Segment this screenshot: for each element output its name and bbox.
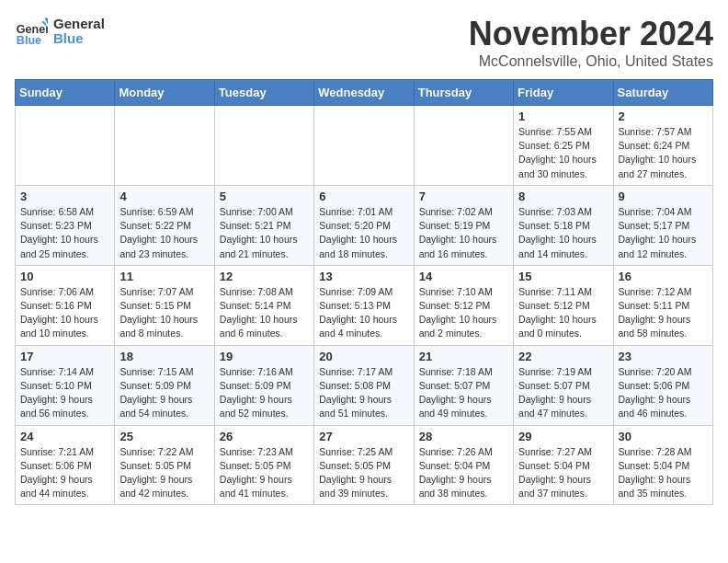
day-number: 25 bbox=[119, 430, 209, 443]
logo-general: General bbox=[53, 17, 105, 32]
day-info: Sunrise: 7:00 AM Sunset: 5:21 PM Dayligh… bbox=[220, 205, 309, 261]
day-number: 26 bbox=[220, 430, 309, 443]
logo-icon: General Blue bbox=[15, 15, 48, 48]
day-number: 4 bbox=[119, 190, 209, 203]
calendar-cell: 27Sunrise: 7:25 AM Sunset: 5:05 PM Dayli… bbox=[314, 425, 414, 505]
day-number: 21 bbox=[419, 350, 508, 363]
day-number: 17 bbox=[20, 350, 109, 363]
day-info: Sunrise: 7:25 AM Sunset: 5:05 PM Dayligh… bbox=[319, 445, 408, 501]
calendar-header-saturday: Saturday bbox=[613, 80, 712, 106]
calendar-cell: 6Sunrise: 7:01 AM Sunset: 5:20 PM Daylig… bbox=[314, 185, 414, 265]
day-info: Sunrise: 7:04 AM Sunset: 5:17 PM Dayligh… bbox=[619, 205, 708, 261]
calendar-week-row: 17Sunrise: 7:14 AM Sunset: 5:10 PM Dayli… bbox=[16, 345, 713, 425]
day-number: 19 bbox=[220, 350, 309, 363]
logo: General Blue General Blue bbox=[15, 15, 105, 48]
day-info: Sunrise: 7:12 AM Sunset: 5:11 PM Dayligh… bbox=[619, 285, 708, 341]
day-info: Sunrise: 7:10 AM Sunset: 5:12 PM Dayligh… bbox=[419, 285, 508, 341]
day-number: 28 bbox=[419, 430, 508, 443]
day-info: Sunrise: 7:16 AM Sunset: 5:09 PM Dayligh… bbox=[220, 365, 309, 421]
day-number: 9 bbox=[619, 190, 708, 203]
day-info: Sunrise: 7:14 AM Sunset: 5:10 PM Dayligh… bbox=[20, 365, 109, 421]
day-number: 30 bbox=[619, 430, 708, 443]
calendar-cell: 23Sunrise: 7:20 AM Sunset: 5:06 PM Dayli… bbox=[613, 345, 712, 425]
calendar-header-wednesday: Wednesday bbox=[314, 80, 414, 106]
day-info: Sunrise: 7:21 AM Sunset: 5:06 PM Dayligh… bbox=[20, 445, 109, 501]
day-info: Sunrise: 7:19 AM Sunset: 5:07 PM Dayligh… bbox=[518, 365, 608, 421]
day-info: Sunrise: 7:23 AM Sunset: 5:05 PM Dayligh… bbox=[220, 445, 309, 501]
calendar-cell: 16Sunrise: 7:12 AM Sunset: 5:11 PM Dayli… bbox=[613, 265, 712, 345]
calendar-cell: 30Sunrise: 7:28 AM Sunset: 5:04 PM Dayli… bbox=[613, 425, 712, 505]
day-info: Sunrise: 7:06 AM Sunset: 5:16 PM Dayligh… bbox=[20, 285, 109, 341]
day-number: 16 bbox=[619, 270, 708, 283]
calendar-cell: 22Sunrise: 7:19 AM Sunset: 5:07 PM Dayli… bbox=[514, 345, 613, 425]
calendar-header-thursday: Thursday bbox=[414, 80, 513, 106]
day-number: 22 bbox=[518, 350, 608, 363]
calendar-cell: 24Sunrise: 7:21 AM Sunset: 5:06 PM Dayli… bbox=[16, 425, 115, 505]
day-number: 5 bbox=[220, 190, 309, 203]
calendar-cell: 5Sunrise: 7:00 AM Sunset: 5:21 PM Daylig… bbox=[214, 185, 313, 265]
calendar-header-friday: Friday bbox=[514, 80, 613, 106]
calendar-cell: 10Sunrise: 7:06 AM Sunset: 5:16 PM Dayli… bbox=[16, 265, 115, 345]
day-info: Sunrise: 7:20 AM Sunset: 5:06 PM Dayligh… bbox=[619, 365, 708, 421]
day-info: Sunrise: 7:01 AM Sunset: 5:20 PM Dayligh… bbox=[319, 205, 408, 261]
page-header: General Blue General Blue November 2024 … bbox=[15, 15, 713, 70]
month-title: November 2024 bbox=[469, 15, 713, 53]
day-number: 18 bbox=[119, 350, 209, 363]
day-info: Sunrise: 7:17 AM Sunset: 5:08 PM Dayligh… bbox=[319, 365, 408, 421]
calendar-week-row: 1Sunrise: 7:55 AM Sunset: 6:25 PM Daylig… bbox=[16, 106, 713, 186]
day-info: Sunrise: 7:27 AM Sunset: 5:04 PM Dayligh… bbox=[518, 445, 608, 501]
day-info: Sunrise: 7:08 AM Sunset: 5:14 PM Dayligh… bbox=[220, 285, 309, 341]
calendar-cell bbox=[214, 106, 313, 186]
calendar-cell: 28Sunrise: 7:26 AM Sunset: 5:04 PM Dayli… bbox=[414, 425, 513, 505]
day-info: Sunrise: 7:03 AM Sunset: 5:18 PM Dayligh… bbox=[518, 205, 608, 261]
day-info: Sunrise: 7:02 AM Sunset: 5:19 PM Dayligh… bbox=[419, 205, 508, 261]
calendar-header-tuesday: Tuesday bbox=[214, 80, 313, 106]
calendar-cell: 11Sunrise: 7:07 AM Sunset: 5:15 PM Dayli… bbox=[115, 265, 214, 345]
svg-text:Blue: Blue bbox=[17, 34, 41, 47]
day-info: Sunrise: 7:18 AM Sunset: 5:07 PM Dayligh… bbox=[419, 365, 508, 421]
calendar-week-row: 24Sunrise: 7:21 AM Sunset: 5:06 PM Dayli… bbox=[16, 425, 713, 505]
day-info: Sunrise: 7:28 AM Sunset: 5:04 PM Dayligh… bbox=[619, 445, 708, 501]
day-info: Sunrise: 7:07 AM Sunset: 5:15 PM Dayligh… bbox=[119, 285, 209, 341]
day-info: Sunrise: 7:09 AM Sunset: 5:13 PM Dayligh… bbox=[319, 285, 408, 341]
day-info: Sunrise: 7:22 AM Sunset: 5:05 PM Dayligh… bbox=[119, 445, 209, 501]
day-number: 15 bbox=[518, 270, 608, 283]
calendar-cell: 17Sunrise: 7:14 AM Sunset: 5:10 PM Dayli… bbox=[16, 345, 115, 425]
day-info: Sunrise: 7:26 AM Sunset: 5:04 PM Dayligh… bbox=[419, 445, 508, 501]
calendar-header-sunday: Sunday bbox=[16, 80, 115, 106]
day-number: 3 bbox=[20, 190, 109, 203]
calendar-cell: 14Sunrise: 7:10 AM Sunset: 5:12 PM Dayli… bbox=[414, 265, 513, 345]
calendar-cell: 18Sunrise: 7:15 AM Sunset: 5:09 PM Dayli… bbox=[115, 345, 214, 425]
day-number: 11 bbox=[119, 270, 209, 283]
day-number: 10 bbox=[20, 270, 109, 283]
day-number: 14 bbox=[419, 270, 508, 283]
day-info: Sunrise: 7:15 AM Sunset: 5:09 PM Dayligh… bbox=[119, 365, 209, 421]
day-number: 13 bbox=[319, 270, 408, 283]
calendar-cell: 15Sunrise: 7:11 AM Sunset: 5:12 PM Dayli… bbox=[514, 265, 613, 345]
calendar-week-row: 10Sunrise: 7:06 AM Sunset: 5:16 PM Dayli… bbox=[16, 265, 713, 345]
calendar-cell: 9Sunrise: 7:04 AM Sunset: 5:17 PM Daylig… bbox=[613, 185, 712, 265]
day-number: 7 bbox=[419, 190, 508, 203]
day-number: 6 bbox=[319, 190, 408, 203]
day-number: 8 bbox=[518, 190, 608, 203]
day-number: 2 bbox=[619, 109, 708, 123]
calendar-cell: 4Sunrise: 6:59 AM Sunset: 5:22 PM Daylig… bbox=[115, 185, 214, 265]
logo-blue: Blue bbox=[53, 31, 105, 47]
calendar-cell: 12Sunrise: 7:08 AM Sunset: 5:14 PM Dayli… bbox=[214, 265, 313, 345]
calendar-cell bbox=[16, 106, 115, 186]
day-info: Sunrise: 6:58 AM Sunset: 5:23 PM Dayligh… bbox=[20, 205, 109, 261]
calendar-cell: 19Sunrise: 7:16 AM Sunset: 5:09 PM Dayli… bbox=[214, 345, 313, 425]
calendar-week-row: 3Sunrise: 6:58 AM Sunset: 5:23 PM Daylig… bbox=[16, 185, 713, 265]
calendar-cell: 7Sunrise: 7:02 AM Sunset: 5:19 PM Daylig… bbox=[414, 185, 513, 265]
calendar-table: SundayMondayTuesdayWednesdayThursdayFrid… bbox=[15, 79, 713, 505]
day-info: Sunrise: 7:11 AM Sunset: 5:12 PM Dayligh… bbox=[518, 285, 608, 341]
day-number: 24 bbox=[20, 430, 109, 443]
calendar-cell: 20Sunrise: 7:17 AM Sunset: 5:08 PM Dayli… bbox=[314, 345, 414, 425]
calendar-cell: 21Sunrise: 7:18 AM Sunset: 5:07 PM Dayli… bbox=[414, 345, 513, 425]
day-info: Sunrise: 6:59 AM Sunset: 5:22 PM Dayligh… bbox=[119, 205, 209, 261]
day-number: 1 bbox=[518, 109, 608, 123]
calendar-cell: 8Sunrise: 7:03 AM Sunset: 5:18 PM Daylig… bbox=[514, 185, 613, 265]
day-info: Sunrise: 7:55 AM Sunset: 6:25 PM Dayligh… bbox=[518, 125, 608, 181]
day-number: 20 bbox=[319, 350, 408, 363]
day-number: 12 bbox=[220, 270, 309, 283]
